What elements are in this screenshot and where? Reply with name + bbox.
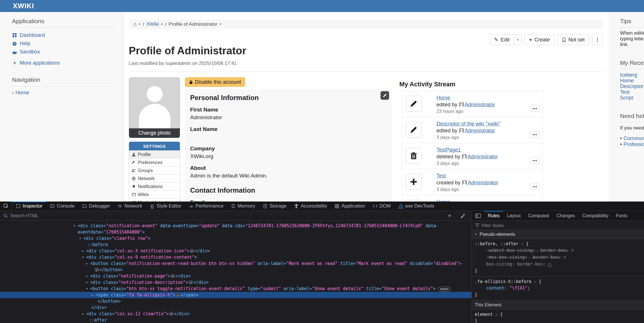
- markup-line[interactable]: ▶<button class="notification-event-read-…: [0, 260, 472, 267]
- rule-line[interactable]: }: [475, 318, 644, 323]
- activity-page-link[interactable]: Descriptor of the wiki "xwiki": [436, 121, 500, 127]
- recent-link[interactable]: Home: [620, 78, 644, 83]
- recent-link[interactable]: Script: [620, 95, 644, 101]
- sidebar-tab-changes[interactable]: Changes: [553, 211, 579, 220]
- markup-line[interactable]: ▶<div class="notification-description">……: [0, 279, 472, 286]
- xwiki-logo[interactable]: XWIKI: [13, 2, 34, 10]
- filter-styles-input[interactable]: [482, 223, 596, 228]
- markup-line[interactable]: </div>: [0, 304, 472, 311]
- settings-item-preferences[interactable]: Preferences: [129, 158, 180, 166]
- breadcrumb-wiki-link[interactable]: XWiki: [146, 21, 159, 27]
- activity-user-link[interactable]: Administrator: [465, 128, 495, 134]
- funnel-icon[interactable]: ▽: [569, 248, 574, 253]
- settings-item-notifications[interactable]: Notifications: [129, 182, 180, 190]
- pencil-icon[interactable]: [406, 122, 422, 138]
- markup-line[interactable]: ▼<div class="clearfix row">: [0, 235, 472, 242]
- rule-line[interactable]: }: [475, 292, 644, 298]
- markup-line[interactable]: ▼<button class="btn btn-xs toggle-notifi…: [0, 286, 472, 292]
- recent-link[interactable]: Descriptor o: [620, 83, 644, 89]
- devtools-tab-network[interactable]: Network: [114, 202, 146, 211]
- pencil-icon[interactable]: [406, 96, 422, 112]
- twisty-collapsed-icon[interactable]: ▶: [91, 292, 95, 298]
- activity-user-link[interactable]: Administrator: [468, 154, 498, 160]
- activity-page-link[interactable]: Home: [436, 95, 450, 101]
- markup-line[interactable]: ▼<div class="notification-event" data-ev…: [0, 223, 472, 229]
- sidebar-tab-fonts[interactable]: Fonts: [612, 211, 631, 220]
- rule-line[interactable]: }: [475, 268, 644, 274]
- markup-line[interactable]: ▶<div class="col-xs-3 notification-icon"…: [0, 248, 472, 254]
- help-link[interactable]: Profession: [623, 141, 644, 147]
- devtools-tab-application[interactable]: Application: [331, 202, 369, 211]
- inline-ellipsis-icon[interactable]: …: [176, 293, 180, 297]
- inline-ellipsis-icon[interactable]: …: [95, 268, 99, 272]
- twisty-collapsed-icon[interactable]: ▶: [82, 248, 86, 254]
- help-link[interactable]: Communit: [623, 135, 644, 141]
- activity-page-link[interactable]: TestPage1: [436, 147, 461, 153]
- rule-line[interactable]: -moz-box-sizing: ▸ border-box; ▽: [475, 254, 644, 261]
- devtools-tab-inspector[interactable]: Inspector: [12, 202, 46, 211]
- info-icon[interactable]: i: [548, 263, 552, 267]
- sidebar-tab-rules[interactable]: Rules: [484, 211, 503, 220]
- more-applications-link[interactable]: +More applications: [12, 60, 115, 66]
- markup-line[interactable]: ▶<div class="notification-page">…</div>: [0, 273, 472, 279]
- breadcrumb-page-caret-icon[interactable]: ▾: [220, 22, 221, 26]
- activity-user-link[interactable]: Administrator: [468, 180, 498, 186]
- nav-tree-home-link[interactable]: ›Home: [12, 90, 115, 96]
- breadcrumb-home-icon[interactable]: ⌂: [133, 21, 136, 27]
- sidebar-item-dashboard[interactable]: Dashboard: [12, 31, 115, 39]
- plus-icon[interactable]: [406, 174, 422, 190]
- devtools-tab-style-editor[interactable]: {}Style Editor: [146, 202, 185, 211]
- disable-account-button[interactable]: Disable this account: [185, 77, 245, 87]
- twisty-expanded-icon[interactable]: ▼: [74, 223, 78, 229]
- element-picker-icon[interactable]: [0, 202, 12, 211]
- markup-line[interactable]: </button>: [0, 298, 472, 304]
- devtools-tab-debugger[interactable]: Debugger: [78, 202, 114, 211]
- change-photo-button[interactable]: Change photo: [129, 128, 180, 138]
- tree-chevron-icon[interactable]: ›: [12, 90, 14, 96]
- sidebar-tab-computed[interactable]: Computed: [524, 211, 553, 220]
- sidebar-item-help[interactable]: ?Help: [12, 39, 115, 48]
- create-button[interactable]: +Create: [524, 34, 554, 45]
- rule-line[interactable]: content: "\f141";: [475, 285, 644, 292]
- more-actions-button[interactable]: ⋮: [592, 34, 603, 45]
- trash-icon[interactable]: [406, 148, 422, 164]
- rule-line[interactable]: -webkit-box-sizing: ▸ border-box; ▽: [475, 247, 644, 254]
- markup-line[interactable]: ::before: [0, 242, 472, 248]
- markup-line[interactable]: …</button>: [0, 267, 472, 273]
- markup-line[interactable]: eventdate="1760515484000">: [0, 229, 472, 235]
- watch-button[interactable]: Not set: [557, 34, 589, 45]
- recent-link[interactable]: Iceberg: [620, 72, 644, 78]
- sidebar-tab-layout[interactable]: Layout: [503, 211, 524, 220]
- edit-button[interactable]: ✎Edit: [490, 34, 514, 45]
- settings-item-network[interactable]: Network: [129, 174, 180, 182]
- devtools-tab-memory[interactable]: Memory: [227, 202, 259, 211]
- settings-item-wikis[interactable]: Wikis: [129, 190, 180, 198]
- twisty-collapsed-icon[interactable]: ▶: [86, 273, 90, 279]
- devtools-tab-accessibility[interactable]: Accessibility: [290, 202, 331, 211]
- breadcrumb-wiki-caret-icon[interactable]: ▾: [161, 22, 163, 26]
- edit-dropdown-button[interactable]: ▾: [514, 34, 522, 45]
- markup-line[interactable]: ▶<div class="col-xs-12 clearfix">…</div>: [0, 311, 472, 317]
- activity-user-link[interactable]: Administrator: [465, 102, 495, 108]
- add-node-icon[interactable]: +: [445, 211, 454, 221]
- pseudo-elements-header[interactable]: ▼Pseudo-elements: [472, 230, 644, 239]
- rule-line[interactable]: box-sizing: border-box;i: [475, 261, 644, 268]
- markup-line[interactable]: ▼<div class="col-xs-9 notification-conte…: [0, 254, 472, 260]
- devtools-tab-storage[interactable]: Storage: [259, 202, 290, 211]
- activity-page-link[interactable]: Test: [436, 173, 446, 179]
- markup-line[interactable]: ::after: [0, 317, 472, 323]
- devtools-tab-dom[interactable]: DOM: [369, 202, 395, 211]
- funnel-icon[interactable]: ▽: [561, 255, 566, 260]
- activity-more-button[interactable]: •••: [530, 131, 540, 138]
- activity-more-button[interactable]: •••: [530, 105, 540, 112]
- twisty-expanded-icon[interactable]: ▼: [79, 235, 83, 242]
- settings-item-my-dashboard[interactable]: My dashboard: [129, 198, 180, 202]
- breadcrumb-home-caret-icon[interactable]: ▾: [139, 22, 140, 26]
- twisty-expanded-icon[interactable]: ▼: [86, 286, 90, 292]
- sidebar-toggle-icon[interactable]: [472, 211, 484, 220]
- twisty-collapsed-icon[interactable]: ▶: [82, 311, 86, 317]
- activity-more-button[interactable]: •••: [530, 183, 540, 190]
- eyedropper-icon[interactable]: [458, 211, 468, 221]
- sidebar-item-sandbox[interactable]: Sandbox: [12, 48, 115, 56]
- inline-ellipsis-icon[interactable]: …: [169, 312, 173, 316]
